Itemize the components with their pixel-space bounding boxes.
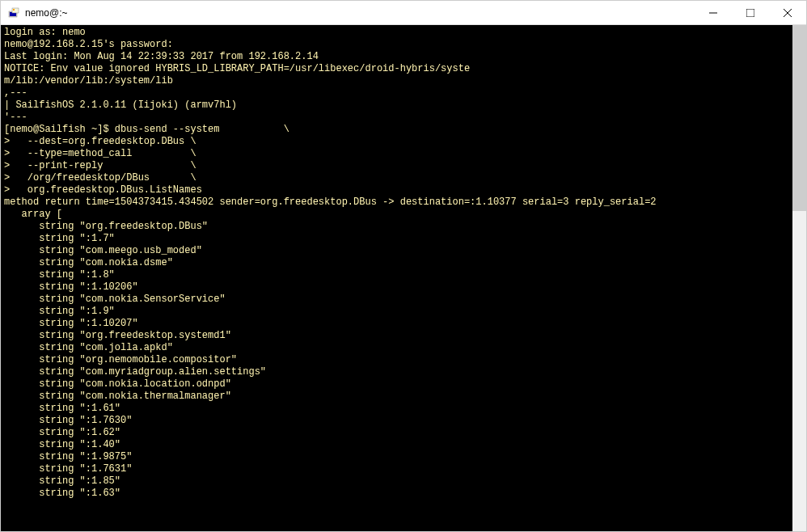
terminal-line: string "org.freedesktop.systemd1" — [4, 330, 789, 342]
terminal-line: string ":1.7" — [4, 233, 789, 245]
vertical-scrollbar[interactable] — [792, 25, 806, 531]
terminal-line: string "com.myriadgroup.alien.settings" — [4, 366, 789, 378]
terminal-line: string "com.jolla.apkd" — [4, 342, 789, 354]
terminal-output[interactable]: login as: nemonemo@192.168.2.15's passwo… — [1, 25, 792, 531]
terminal-line: string ":1.62" — [4, 427, 789, 439]
terminal-line: m/lib:/vendor/lib:/system/lib — [4, 75, 789, 87]
terminal-line: | SailfishOS 2.1.0.11 (Iijoki) (armv7hl) — [4, 99, 789, 112]
terminal-line: string ":1.7630" — [4, 415, 789, 427]
terminal-line: string ":1.85" — [4, 475, 789, 488]
svg-rect-6 — [746, 9, 754, 17]
terminal-line: string ":1.9" — [4, 306, 789, 318]
terminal-line: string ":1.10207" — [4, 318, 789, 330]
terminal-line: array [ — [4, 209, 789, 221]
terminal-line: string "org.nemomobile.compositor" — [4, 354, 789, 366]
terminal-line: > --print-reply \ — [4, 160, 789, 172]
terminal-line: string "com.nokia.thermalmanager" — [4, 391, 789, 403]
minimize-button[interactable] — [695, 1, 732, 24]
putty-icon — [7, 6, 20, 19]
window-title: nemo@:~ — [25, 7, 695, 19]
close-button[interactable] — [769, 1, 806, 24]
terminal-line: method return time=1504373415.434502 sen… — [4, 196, 789, 209]
window-controls — [695, 1, 806, 24]
terminal-line: string "com.nokia.SensorService" — [4, 293, 789, 306]
terminal-line: string "com.meego.usb_moded" — [4, 245, 789, 257]
terminal-line: string "com.nokia.location.odnpd" — [4, 378, 789, 391]
terminal-line: string ":1.63" — [4, 488, 789, 500]
terminal-line: nemo@192.168.2.15's password: — [4, 39, 789, 51]
terminal-line: ,--- — [4, 87, 789, 99]
content-area: login as: nemonemo@192.168.2.15's passwo… — [1, 25, 806, 531]
terminal-line: > org.freedesktop.DBus.ListNames — [4, 184, 789, 196]
terminal-line: string ":1.61" — [4, 403, 789, 415]
terminal-line: string ":1.7631" — [4, 463, 789, 475]
terminal-line: NOTICE: Env value ignored HYBRIS_LD_LIBR… — [4, 63, 789, 75]
terminal-line: string ":1.40" — [4, 439, 789, 451]
terminal-line: string "com.nokia.dsme" — [4, 257, 789, 269]
terminal-line: '--- — [4, 112, 789, 124]
terminal-line: string ":1.9875" — [4, 451, 789, 463]
terminal-line: > --dest=org.freedesktop.DBus \ — [4, 136, 789, 148]
terminal-line: Last login: Mon Aug 14 22:39:33 2017 fro… — [4, 51, 789, 63]
terminal-line: string "org.freedesktop.DBus" — [4, 221, 789, 233]
terminal-line: login as: nemo — [4, 27, 789, 39]
terminal-line: > /org/freedesktop/DBus \ — [4, 172, 789, 184]
titlebar[interactable]: nemo@:~ — [1, 1, 806, 25]
maximize-button[interactable] — [732, 1, 769, 24]
putty-window: nemo@:~ login as: nemonemo@192.168.2.15'… — [0, 0, 807, 532]
terminal-line: > --type=method_call \ — [4, 148, 789, 160]
terminal-line: string ":1.10206" — [4, 281, 789, 293]
terminal-line: string ":1.8" — [4, 269, 789, 281]
terminal-line: [nemo@Sailfish ~]$ dbus-send --system \ — [4, 124, 789, 136]
scrollbar-thumb[interactable] — [792, 25, 806, 211]
